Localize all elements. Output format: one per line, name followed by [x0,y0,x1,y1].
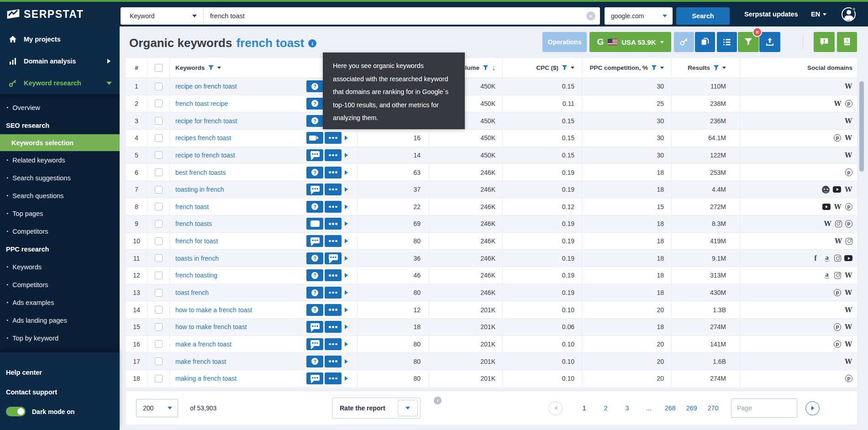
export-button[interactable] [759,32,780,52]
question-icon-button[interactable] [306,80,323,92]
filter-funnel-icon[interactable] [713,65,719,71]
speech-icon-button[interactable] [325,252,342,264]
speech-icon-button[interactable] [306,149,323,161]
row-checkbox[interactable] [155,203,163,210]
keyword-link[interactable]: best french toasts [175,169,305,176]
speech-icon-button[interactable] [306,338,323,350]
page-title-keyword[interactable]: french toast [236,36,304,50]
expand-row-icon[interactable] [345,170,348,175]
keyword-link[interactable]: make a french toast [175,341,305,348]
rate-caret-box[interactable] [398,400,418,416]
keyword-link[interactable]: recipe on french toast [175,83,305,90]
keyword-link[interactable]: making a french toast [175,375,305,382]
row-checkbox[interactable] [155,254,163,262]
expand-row-icon[interactable] [345,308,348,312]
row-checkbox[interactable] [155,186,163,194]
sidebar-item-help-center[interactable]: Help center [0,362,120,382]
chevron-down-icon[interactable] [571,67,574,69]
keyword-link[interactable]: french toasts [175,220,305,227]
speech-icon-button[interactable] [306,184,323,195]
row-checkbox[interactable] [155,289,163,297]
question-icon-button[interactable] [306,252,323,264]
page-size-select[interactable]: 200 [136,399,178,417]
dots-icon-button[interactable] [325,287,342,299]
row-checkbox[interactable] [155,100,163,107]
dots-icon-button[interactable] [325,167,342,178]
expand-row-icon[interactable] [345,205,348,209]
question-icon-button[interactable] [306,98,323,110]
vertical-scrollbar-thumb[interactable] [859,81,864,172]
expand-row-icon[interactable] [345,153,348,157]
question-icon-button[interactable] [306,201,323,213]
sidebar-item-top-pages[interactable]: Top pages [0,205,120,222]
expand-row-icon[interactable] [345,256,348,261]
keyword-link[interactable]: recipes french toast [175,134,305,142]
rate-report-dropdown[interactable]: Rate the report [332,398,421,419]
question-icon-button[interactable] [306,269,323,281]
row-checkbox[interactable] [155,323,163,331]
chevron-down-icon[interactable] [722,67,726,69]
select-all-checkbox[interactable] [155,64,163,72]
keyword-link[interactable]: recipe to french toast [175,152,305,159]
previous-page-button[interactable] [548,401,563,415]
next-page-button[interactable] [805,401,820,415]
row-checkbox[interactable] [155,134,163,142]
row-checkbox[interactable] [155,168,163,176]
dots-icon-button[interactable] [325,356,342,367]
serpstat-updates-link[interactable]: Serpstat updates [744,2,798,26]
filter-funnel-icon[interactable] [651,65,657,71]
dots-icon-button[interactable] [325,184,342,195]
keyword-tools-button[interactable] [674,32,694,52]
expand-row-icon[interactable] [345,187,348,192]
keyword-link[interactable]: french toast [175,203,305,210]
row-checkbox[interactable] [155,272,163,279]
row-checkbox[interactable] [155,83,163,90]
sidebar-item-search-suggestions[interactable]: Search suggestions [0,169,120,187]
pagination-page-269[interactable]: 269 [686,404,697,412]
row-checkbox[interactable] [155,357,163,365]
sidebar-item-domain-analysis[interactable]: Domain analysis [0,50,120,72]
row-checkbox[interactable] [155,220,163,228]
search-button[interactable]: Search [676,7,730,25]
expand-row-icon[interactable] [345,325,348,329]
filter-funnel-icon[interactable] [208,65,214,71]
dots-icon-button[interactable] [325,269,342,281]
dots-icon-button[interactable] [325,132,342,144]
keyword-link[interactable]: french toast recipe [175,100,305,107]
search-engine-dropdown[interactable]: google.com [605,7,673,25]
video-icon-button[interactable] [306,132,323,144]
sidebar-item-keywords-selection[interactable]: Keywords selection [0,134,120,151]
row-checkbox[interactable] [155,306,163,314]
chevron-down-icon[interactable] [217,67,221,69]
dots-icon-button[interactable] [325,372,342,384]
keyword-link[interactable]: how to make french toast [175,323,305,330]
dark-mode-toggle[interactable] [6,407,26,416]
filter-funnel-icon[interactable] [562,65,568,71]
row-checkbox[interactable] [155,151,163,159]
keyword-link[interactable]: recipe for french toast [175,117,305,125]
info-icon[interactable]: i [434,397,442,404]
sidebar-item-ads-examples[interactable]: Ads examples [0,294,120,311]
question-icon-button[interactable] [306,356,323,367]
keyword-link[interactable]: toast french [175,289,305,296]
sidebar-item-related-keywords[interactable]: Related keywords [0,151,120,169]
column-header-cpc[interactable]: CPC ($) [502,58,582,78]
filter-clear-badge[interactable]: ✕ [752,27,762,37]
sidebar-item-top-by-keyword[interactable]: Top by keyword [0,329,120,347]
keyword-link[interactable]: how to make a french toast [175,306,305,314]
search-type-dropdown[interactable]: Keyword [121,7,204,25]
keyword-link[interactable]: french toasting [175,272,305,279]
help-button[interactable]: ? [837,32,857,52]
dots-icon-button[interactable] [325,321,342,333]
column-header-ppc[interactable]: PPC competition, % [582,58,671,78]
serpstat-logo[interactable]: SERPSTAT [6,8,84,21]
pagination-page-3[interactable]: 3 [621,404,633,412]
question-icon-button[interactable] [306,304,323,316]
feedback-button[interactable] [814,32,835,52]
sidebar-item-search-questions[interactable]: Search questions [0,187,120,205]
keyword-link[interactable]: toasts in french [175,255,305,262]
language-selector[interactable]: EN [811,2,826,26]
sidebar-item-ads-landing-pages[interactable]: Ads landing pages [0,311,120,329]
speech-icon-button[interactable] [306,321,323,333]
row-checkbox[interactable] [155,340,163,348]
